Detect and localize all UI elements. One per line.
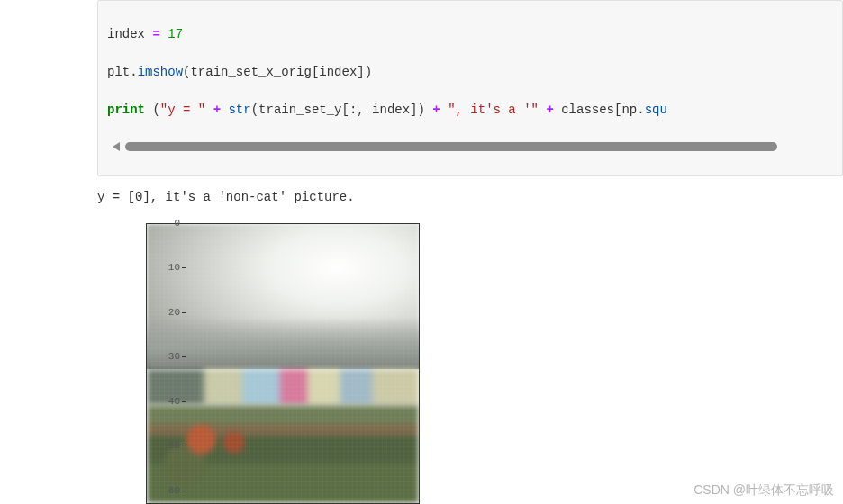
scrollbar-thumb[interactable] <box>125 142 777 151</box>
y-tick: 50 <box>144 440 180 451</box>
y-tick: 0 <box>144 218 180 229</box>
y-tick: 20 <box>144 307 180 318</box>
y-tick: 60 <box>144 485 180 496</box>
watermark-text: CSDN @叶绿体不忘呼吸 <box>693 482 834 499</box>
output-area: y = [0], it's a 'non-cat' picture. 01020… <box>97 189 843 504</box>
y-tick: 40 <box>144 396 180 407</box>
image-region-ground <box>147 405 419 503</box>
code-line-1: index = 17 <box>107 25 833 44</box>
code-line-3: print ("y = " + str(train_set_y[:, index… <box>107 101 833 120</box>
stdout-text: y = [0], it's a 'non-cat' picture. <box>97 189 843 207</box>
image-region-sky <box>147 224 419 369</box>
image-region-buildings <box>147 369 419 405</box>
image-plot <box>146 223 420 504</box>
code-cell: index = 17 plt.imshow(train_set_x_orig[i… <box>97 0 843 176</box>
code-line-2: plt.imshow(train_set_x_orig[index]) <box>107 63 833 82</box>
y-tick: 30 <box>144 351 180 362</box>
y-tick: 10 <box>144 262 180 273</box>
scroll-left-icon[interactable] <box>113 142 120 151</box>
matplotlib-figure: 0102030405060 0102030405060 <box>97 216 440 504</box>
horizontal-scrollbar[interactable] <box>113 142 828 151</box>
